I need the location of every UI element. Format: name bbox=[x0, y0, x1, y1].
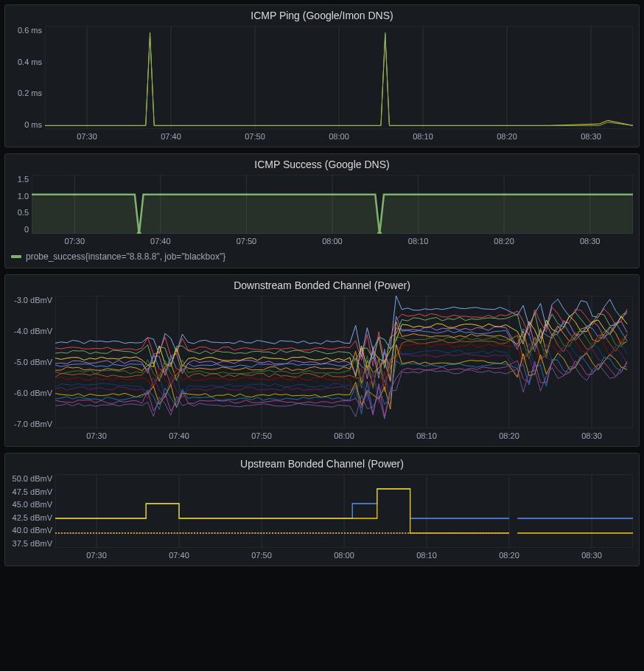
x-axis: 07:3007:4007:5008:0008:1008:2008:30 bbox=[11, 431, 633, 440]
panel-title: ICMP Success (Google DNS) bbox=[11, 159, 633, 170]
y-axis: 1.51.00.50 bbox=[11, 175, 32, 234]
legend-label[interactable]: probe_success{instance="8.8.8.8", job="b… bbox=[26, 251, 225, 262]
panel-downstream-power: Downstream Bonded Channel (Power) -3.0 d… bbox=[4, 274, 640, 447]
legend-swatch bbox=[11, 255, 21, 258]
y-axis: 0.6 ms0.4 ms0.2 ms0 ms bbox=[11, 26, 45, 129]
panel-icmp-success: ICMP Success (Google DNS) 1.51.00.50 07:… bbox=[4, 153, 640, 268]
legend: probe_success{instance="8.8.8.8", job="b… bbox=[11, 251, 633, 262]
panel-icmp-ping: ICMP Ping (Google/Imon DNS) 0.6 ms0.4 ms… bbox=[4, 4, 640, 147]
panel-title: Downstream Bonded Channel (Power) bbox=[11, 279, 633, 291]
y-axis: 50.0 dBmV47.5 dBmV45.0 dBmV42.5 dBmV40.0… bbox=[11, 474, 55, 548]
chart-plot-area[interactable] bbox=[55, 296, 633, 428]
panel-title: Upstream Bonded Channel (Power) bbox=[11, 458, 633, 470]
y-axis: -3.0 dBmV-4.0 dBmV-5.0 dBmV-6.0 dBmV-7.0… bbox=[11, 296, 55, 428]
panel-title: ICMP Ping (Google/Imon DNS) bbox=[11, 10, 633, 21]
x-axis: 07:3007:4007:5008:0008:1008:2008:30 bbox=[11, 132, 633, 141]
chart-plot-area[interactable] bbox=[32, 175, 633, 234]
chart-plot-area[interactable] bbox=[45, 26, 633, 129]
chart-plot-area[interactable] bbox=[55, 474, 633, 548]
x-axis: 07:3007:4007:5008:0008:1008:2008:30 bbox=[11, 551, 633, 560]
x-axis: 07:3007:4007:5008:0008:1008:2008:30 bbox=[11, 237, 633, 246]
panel-upstream-power: Upstream Bonded Channel (Power) 50.0 dBm… bbox=[4, 453, 640, 566]
